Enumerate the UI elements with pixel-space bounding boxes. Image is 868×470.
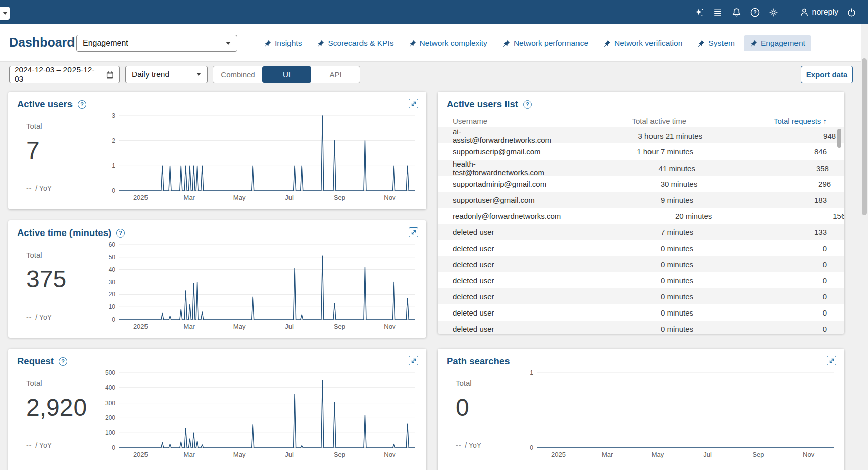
table-row: ai-assist@forwardnetworks.com3 hours 21 … xyxy=(438,127,844,143)
expand-icon[interactable] xyxy=(409,356,418,365)
tab-network-verification[interactable]: Network verification xyxy=(597,35,688,51)
row-requests: 296 xyxy=(697,180,831,188)
help-icon[interactable]: ? xyxy=(116,229,125,238)
row-active-time: 9 minutes xyxy=(542,196,693,204)
svg-text:10: 10 xyxy=(109,303,116,310)
table-row: deleted user7 minutes133 xyxy=(438,224,844,240)
svg-text:Nov: Nov xyxy=(384,323,396,330)
topbar-divider xyxy=(789,7,789,17)
tab-engagement[interactable]: Engagement xyxy=(744,35,811,51)
svg-text:Nov: Nov xyxy=(803,451,815,458)
row-requests: 0 xyxy=(693,292,827,301)
table-row: supportadminip@gmail.com30 minutes296 xyxy=(438,176,844,192)
svg-text:Sep: Sep xyxy=(334,194,345,201)
tab-system[interactable]: System xyxy=(691,35,741,51)
col-total-active-time[interactable]: Total active time xyxy=(542,117,693,125)
expand-icon[interactable] xyxy=(409,99,418,108)
svg-text:0: 0 xyxy=(112,187,115,194)
tab-network-performance[interactable]: Network performance xyxy=(496,35,594,51)
row-username: supportadminip@gmail.com xyxy=(453,180,546,188)
sidebar-toggle[interactable] xyxy=(0,7,10,20)
table-scrollbar-thumb[interactable] xyxy=(837,129,841,148)
svg-text:400: 400 xyxy=(105,384,115,391)
row-active-time: 0 minutes xyxy=(542,244,693,253)
expand-icon[interactable] xyxy=(827,356,836,365)
segment-api[interactable]: API xyxy=(311,66,360,83)
expand-icon[interactable] xyxy=(409,227,418,237)
segment-combined[interactable]: Combined xyxy=(213,66,262,83)
table-row: deleted user0 minutes0 xyxy=(438,272,844,288)
card-title: Active time (minutes) xyxy=(17,227,111,239)
tab-insights[interactable]: Insights xyxy=(258,35,308,51)
user-menu[interactable]: noreply xyxy=(799,7,838,17)
svg-text:1: 1 xyxy=(530,369,533,376)
yoy-row: -- / YoY xyxy=(26,441,52,449)
help-icon[interactable]: ? xyxy=(750,7,761,18)
date-range-picker[interactable]: 2024-12-03 – 2025-12-03 xyxy=(9,66,120,83)
trend-select[interactable]: Daily trend xyxy=(125,66,208,83)
settings-icon[interactable] xyxy=(768,7,779,18)
yoy-row: -- / YoY xyxy=(26,313,52,321)
ai-sparkle-icon[interactable] xyxy=(694,7,705,18)
tab-label: Network complexity xyxy=(420,39,487,48)
tab-label: Network performance xyxy=(514,39,588,48)
row-requests: 0 xyxy=(693,276,827,285)
row-requests: 183 xyxy=(693,196,827,204)
help-icon[interactable]: ? xyxy=(59,357,67,366)
row-requests: 0 xyxy=(693,244,827,253)
notifications-bell-icon[interactable] xyxy=(731,7,742,18)
path-searches-card: Path searches Total 0 -- / YoY 012025Mar… xyxy=(438,349,844,470)
svg-text:50: 50 xyxy=(109,254,116,261)
svg-text:Sep: Sep xyxy=(752,451,764,458)
path-searches-chart: 012025MarMayJulSepNov xyxy=(519,368,837,460)
row-username: deleted user xyxy=(453,244,542,253)
table-row: readonly@forwardnetworks.com20 minutes15… xyxy=(438,208,844,224)
svg-text:Jul: Jul xyxy=(285,451,294,458)
tab-scorecards-kpis[interactable]: Scorecards & KPIs xyxy=(311,35,399,51)
table-row: deleted user0 minutes0 xyxy=(438,288,844,304)
tab-label: Engagement xyxy=(761,39,805,48)
header-divider xyxy=(252,30,252,55)
col-total-requests-sorted[interactable]: Total requests ↑ xyxy=(693,117,827,125)
segment-ui[interactable]: UI xyxy=(262,66,311,83)
row-active-time: 0 minutes xyxy=(542,260,693,269)
table-row: deleted user0 minutes0 xyxy=(438,240,844,256)
table-row: deleted user0 minutes0 xyxy=(438,256,844,272)
svg-text:Mar: Mar xyxy=(602,451,613,458)
table-header: Username Total active time Total request… xyxy=(438,117,844,125)
row-username: deleted user xyxy=(453,260,542,269)
export-data-button[interactable]: Export data xyxy=(801,66,853,83)
row-requests: 0 xyxy=(693,325,827,333)
total-value: 7 xyxy=(26,136,42,164)
stat-block: Total 375 xyxy=(26,251,66,293)
row-requests: 156 xyxy=(712,212,844,220)
pin-icon xyxy=(502,40,510,47)
tab-network-complexity[interactable]: Network complexity xyxy=(403,35,493,51)
page-scrollbar-thumb[interactable] xyxy=(862,58,867,215)
table-row: deleted user0 minutes0 xyxy=(438,321,844,334)
svg-text:0: 0 xyxy=(112,316,115,323)
list-icon[interactable] xyxy=(712,7,724,18)
svg-text:200: 200 xyxy=(105,414,115,421)
filters-toolbar: 2024-12-03 – 2025-12-03 Daily trend Comb… xyxy=(0,62,868,88)
svg-text:500: 500 xyxy=(105,369,115,376)
dashboard-select[interactable]: Engagement xyxy=(76,35,237,52)
row-username: deleted user xyxy=(453,308,542,317)
active-users-chart: 01232025MarMayJulSepNov xyxy=(101,111,418,203)
table-row: supportuserip@gmail.com1 hour 7 minutes8… xyxy=(438,143,844,160)
col-username[interactable]: Username xyxy=(453,117,542,125)
row-active-time: 7 minutes xyxy=(542,228,693,237)
total-label: Total xyxy=(26,251,66,259)
yoy-label: / YoY xyxy=(465,441,481,449)
help-icon[interactable]: ? xyxy=(78,100,86,109)
svg-text:May: May xyxy=(233,323,246,330)
request-card: Request ? Total 2,920 -- / YoY 010020030… xyxy=(8,349,426,470)
yoy-value: -- xyxy=(26,313,32,321)
power-icon[interactable] xyxy=(846,7,857,18)
tab-label: Scorecards & KPIs xyxy=(328,39,393,48)
help-icon[interactable]: ? xyxy=(523,100,532,109)
svg-text:2025: 2025 xyxy=(133,451,148,458)
svg-text:Jul: Jul xyxy=(703,451,712,458)
card-title: Path searches xyxy=(447,356,510,367)
row-username: deleted user xyxy=(453,228,542,237)
